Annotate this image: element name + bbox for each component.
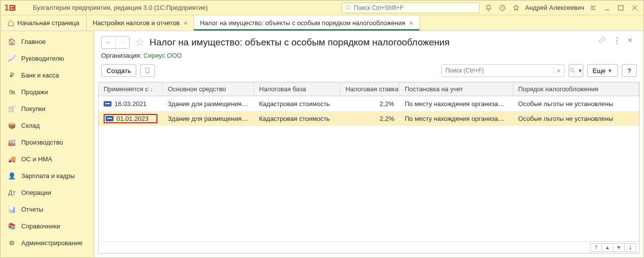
search-button[interactable]: ▼: [568, 64, 583, 77]
global-search[interactable]: [341, 2, 480, 13]
scroll-down-icon[interactable]: ▼: [613, 243, 625, 252]
refresh-button[interactable]: [140, 64, 155, 77]
col-label: Основное средство: [168, 85, 226, 93]
tab-settings-tax[interactable]: Настройки налогов и отчетов ×: [87, 15, 194, 31]
more-button[interactable]: Еще▼: [587, 64, 618, 77]
sidebar-item-label: Отчеты: [21, 206, 43, 213]
kebab-icon[interactable]: ⋮: [613, 36, 622, 45]
maximize-icon[interactable]: [616, 3, 626, 13]
col-base[interactable]: Налоговая база: [254, 82, 341, 96]
link-icon[interactable]: [598, 36, 607, 45]
cell-rate: 2,2%: [341, 100, 400, 108]
sidebar-item-manager[interactable]: 📈Руководителю: [0, 50, 94, 67]
create-label: Создать: [107, 67, 131, 74]
table-row[interactable]: 16.03.2021Здание для размещения…Кадастро…: [99, 96, 639, 111]
forward-button[interactable]: →: [115, 37, 129, 48]
bars-icon: 📊: [7, 205, 16, 214]
cell-order: Особые льготы не установлены: [513, 115, 639, 122]
svg-point-0: [346, 5, 349, 9]
col-label: Порядок налогообложения: [518, 85, 598, 93]
grid: Применяется с↓ Основное средство Налогов…: [98, 82, 640, 254]
favorite-star-icon[interactable]: ☆: [135, 36, 145, 49]
svg-line-12: [573, 72, 574, 73]
global-search-input[interactable]: [354, 4, 476, 11]
page-close-icon[interactable]: ×: [628, 36, 637, 45]
svg-point-11: [570, 68, 573, 72]
sidebar-item-admin[interactable]: ⚙Администрирование: [0, 234, 94, 251]
tab-home-label: Начальная страница: [17, 19, 79, 27]
clear-icon[interactable]: ×: [553, 67, 564, 74]
sidebar-item-label: ОС и НМА: [21, 155, 52, 163]
nav-buttons: ← →: [101, 36, 130, 49]
sidebar-item-label: Банк и касса: [21, 72, 59, 79]
tab-home[interactable]: Начальная страница: [0, 15, 87, 31]
org-label: Организация:: [101, 52, 142, 59]
sidebar-item-production[interactable]: 🏭Производство: [0, 134, 94, 150]
star-icon[interactable]: [511, 3, 521, 13]
scroll-up-icon[interactable]: ▲: [602, 243, 613, 252]
sidebar-item-hr[interactable]: 👤Зарплата и кадры: [0, 167, 94, 184]
svg-rect-10: [146, 68, 149, 73]
person-icon: 👤: [7, 171, 16, 180]
grid-search[interactable]: ×: [441, 64, 565, 77]
col-date[interactable]: Применяется с↓: [99, 82, 163, 96]
box-icon: 📦: [7, 121, 16, 130]
sidebar-item-refs[interactable]: 📚Справочники: [0, 218, 94, 234]
sidebar-item-warehouse[interactable]: 📦Склад: [0, 117, 94, 134]
scroll-bottom-icon[interactable]: ⤓: [624, 243, 636, 252]
col-rate[interactable]: Налоговая ставка: [341, 82, 400, 96]
help-button[interactable]: ?: [622, 64, 637, 77]
cart-icon: 🛒: [7, 104, 16, 113]
bell-icon[interactable]: [484, 3, 493, 13]
titlebar: 1С Бухгалтерия предприятия, редакция 3.0…: [0, 0, 644, 15]
help-label: ?: [627, 67, 631, 74]
app-title: Бухгалтерия предприятия, редакция 3.0 (1…: [33, 4, 208, 11]
org-value[interactable]: Сириус ООО: [144, 52, 182, 59]
sidebar-item-label: Операции: [21, 189, 51, 196]
bag-icon: 🛍: [7, 87, 16, 96]
col-order[interactable]: Порядок налогообложения: [513, 82, 639, 96]
tab-label: Налог на имущество: объекты с особым пор…: [200, 19, 405, 27]
search-icon: [345, 4, 352, 11]
sidebar-item-label: Производство: [21, 139, 63, 146]
close-icon[interactable]: [630, 3, 640, 13]
sidebar-item-label: Склад: [21, 122, 40, 129]
sidebar-item-bank[interactable]: ₽Банк и касса: [0, 67, 94, 83]
sidebar-item-purchases[interactable]: 🛒Покупки: [0, 100, 94, 117]
tab-label: Настройки налогов и отчетов: [93, 19, 180, 27]
table-row[interactable]: 01.01.2023Здание для размещения…Кадастро…: [99, 111, 639, 126]
sidebar-item-operations[interactable]: ДтОперации: [0, 184, 94, 201]
ops-icon: Дт: [7, 188, 16, 197]
tab-property-tax[interactable]: Налог на имущество: объекты с особым пор…: [194, 15, 419, 31]
menu-icon[interactable]: [19, 3, 29, 13]
user-name[interactable]: Андрей Алексеевич: [525, 4, 584, 11]
settings-lines-icon[interactable]: [588, 3, 598, 13]
tab-close-icon[interactable]: ×: [184, 20, 188, 27]
app-logo: 1С: [4, 3, 15, 12]
cell-base: Кадастровая стоимость: [254, 115, 341, 122]
history-icon[interactable]: [497, 3, 507, 13]
sidebar-item-assets[interactable]: 🚚ОС и НМА: [0, 150, 94, 167]
tab-close-icon[interactable]: ×: [409, 20, 413, 27]
sidebar-item-label: Руководителю: [21, 55, 64, 62]
ruble-icon: ₽: [7, 71, 16, 79]
col-asset[interactable]: Основное средство: [163, 82, 254, 96]
scroll-top-icon[interactable]: ⤒: [590, 243, 602, 252]
grid-search-input[interactable]: [442, 67, 553, 74]
cell-base: Кадастровая стоимость: [254, 100, 341, 108]
col-label: Налоговая ставка: [345, 85, 399, 93]
svg-line-1: [349, 8, 351, 10]
minimize-icon[interactable]: [602, 3, 612, 13]
create-button[interactable]: Создать: [101, 64, 136, 77]
factory-icon: 🏭: [7, 138, 16, 147]
grid-footer: ⤒ ▲ ▼ ⤓: [99, 241, 639, 253]
col-reg[interactable]: Постановка на учет: [400, 82, 513, 96]
sidebar-item-reports[interactable]: 📊Отчеты: [0, 201, 94, 218]
back-button[interactable]: ←: [102, 37, 115, 48]
card-icon: [104, 101, 112, 107]
cell-reg: По месту нахождения организации: [400, 100, 513, 108]
sidebar-item-sales[interactable]: 🛍Продажи: [0, 83, 94, 100]
home-icon: 🏠: [7, 37, 16, 46]
tabstrip: Начальная страница Настройки налогов и о…: [0, 15, 644, 31]
sidebar-item-main[interactable]: 🏠Главное: [0, 33, 94, 50]
